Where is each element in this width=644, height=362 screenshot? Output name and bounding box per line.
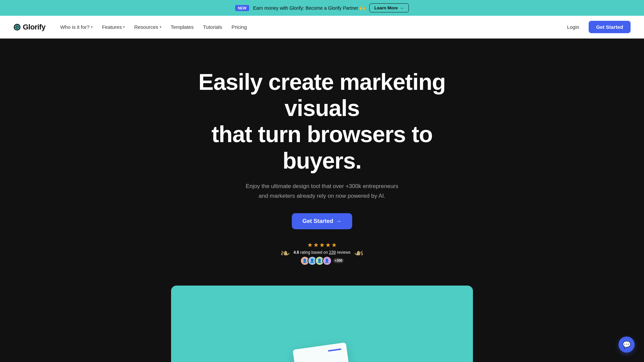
nav-left: Glorify Who is it for? ▾ Features ▾ Reso…: [13, 21, 251, 33]
star-3: ★: [319, 241, 325, 249]
nav-links: Who is it for? ▾ Features ▾ Resources ▾ …: [56, 21, 251, 33]
hero-title: Easily create marketing visuals that tur…: [188, 69, 456, 174]
star-2: ★: [313, 241, 319, 249]
chat-icon: 💬: [623, 341, 631, 349]
learn-more-button[interactable]: Learn More →: [369, 3, 409, 12]
hero-section: Easily create marketing visuals that tur…: [0, 39, 644, 286]
logo-icon: [13, 23, 21, 31]
chevron-icon: ▾: [91, 25, 93, 29]
demo-section: [0, 286, 644, 362]
rating-section: ❧ ★ ★ ★ ★ ★ 4.6 rating based on 239 revi…: [7, 241, 637, 265]
nav-item-templates[interactable]: Templates: [167, 21, 198, 33]
hero-subtitle: Enjoy the ultimate design tool that over…: [238, 182, 406, 201]
avatar-row: 👤 👤 👤 👤 +300: [300, 256, 344, 265]
rating-text: 4.6 rating based on 239 reviews: [293, 250, 351, 255]
logo[interactable]: Glorify: [13, 23, 45, 32]
rating-inner: ★ ★ ★ ★ ★ 4.6 rating based on 239 review…: [293, 241, 351, 265]
avatar-count: +300: [333, 258, 344, 263]
star-1: ★: [307, 241, 313, 249]
demo-card-preview: [292, 342, 351, 362]
star-4: ★: [325, 241, 331, 249]
star-5-half: ★: [331, 241, 337, 249]
demo-card-decoration: [328, 348, 341, 352]
nav-item-resources[interactable]: Resources ▾: [130, 21, 165, 33]
star-rating: ★ ★ ★ ★ ★: [307, 241, 337, 249]
get-started-nav-button[interactable]: Get Started: [589, 21, 631, 33]
hero-cta-button[interactable]: Get Started →: [292, 213, 353, 229]
announcement-text: Earn money with Glorify: Become a Glorif…: [253, 5, 365, 11]
rating-badge: ❧ ★ ★ ★ ★ ★ 4.6 rating based on 239 revi…: [280, 241, 364, 265]
demo-card: [171, 286, 473, 362]
nav-item-features[interactable]: Features ▾: [98, 21, 129, 33]
svg-point-2: [16, 26, 18, 28]
nav-item-pricing[interactable]: Pricing: [227, 21, 251, 33]
announcement-bar: NEW Earn money with Glorify: Become a Gl…: [0, 0, 644, 16]
laurel-left: ❧: [280, 247, 290, 259]
navbar: Glorify Who is it for? ▾ Features ▾ Reso…: [0, 16, 644, 39]
nav-right: Login Get Started: [563, 21, 631, 33]
laurel-wrapper: ❧ ★ ★ ★ ★ ★ 4.6 rating based on 239 revi…: [280, 241, 364, 265]
chat-button[interactable]: 💬: [619, 337, 635, 353]
new-badge: NEW: [235, 5, 249, 11]
laurel-right: ❧: [354, 247, 364, 259]
chevron-icon: ▾: [123, 25, 125, 29]
avatar-4: 👤: [322, 256, 332, 265]
chevron-icon: ▾: [160, 25, 161, 29]
nav-item-who[interactable]: Who is it for? ▾: [56, 21, 97, 33]
login-button[interactable]: Login: [563, 21, 583, 33]
nav-item-tutorials[interactable]: Tutorials: [199, 21, 226, 33]
